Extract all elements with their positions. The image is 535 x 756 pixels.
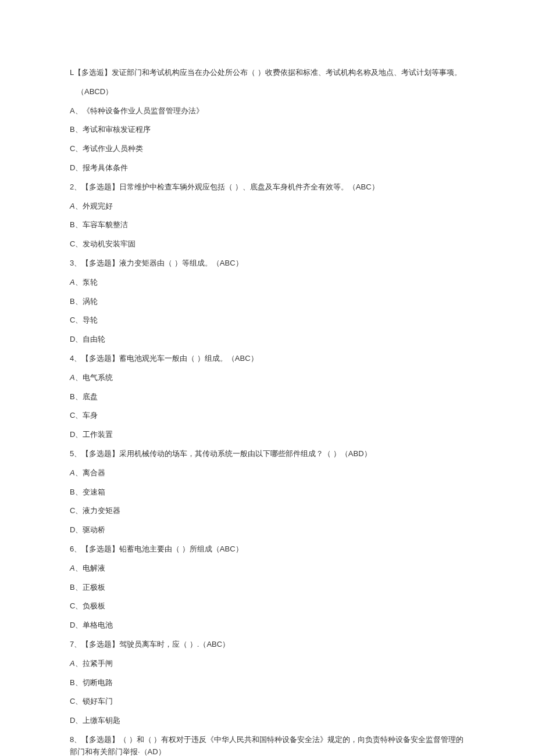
option-a: A、离合器 (70, 467, 465, 479)
question-6: 6、【多选题】铅蓄电池主要由（ ）所组成（ABC） A、电解液 B、正极板 C、… (70, 543, 465, 632)
option-c: C、负极板 (70, 600, 465, 612)
question-4: 4、【多选题】蓄电池观光车一般由（ ）组成。（ABC） A、电气系统 B、底盘 … (70, 353, 465, 441)
option-c: C、发动机安装牢固 (70, 238, 465, 250)
question-3: 3、【多选题】液力变矩器由（ ）等组成。（ABC） A、泵轮 B、涡轮 C、导轮… (70, 257, 465, 346)
option-d: D、上缴车钥匙 (70, 715, 465, 727)
option-c: C、考试作业人员种类 (70, 143, 465, 155)
option-c: C、锁好车门 (70, 696, 465, 708)
question-stem: 3、【多选题】液力变矩器由（ ）等组成。（ABC） (70, 257, 465, 270)
option-d: D、自由轮 (70, 334, 465, 346)
question-stem: 8、【多选题】（ ）和（ ）有权对于违反《中华人民共和国特种设备安全法》规定的，… (70, 734, 465, 756)
question-stem: 7、【多选题】驾驶员离车时，应（ ）.（ABC） (70, 639, 465, 651)
option-b: B、变速箱 (70, 486, 465, 499)
option-b: B、底盘 (70, 391, 465, 403)
option-b: B、涡轮 (70, 296, 465, 308)
option-a: A、电气系统 (70, 372, 465, 384)
option-c: C、液力变矩器 (70, 505, 465, 517)
question-stem: 4、【多选题】蓄电池观光车一般由（ ）组成。（ABC） (70, 353, 465, 365)
question-2: 2、【多选题】日常维护中检查车辆外观应包括（ ）、底盘及车身机件齐全有效等。（A… (70, 181, 465, 250)
option-a: A、电解液 (70, 562, 465, 575)
option-b: B、正极板 (70, 582, 465, 594)
option-a-text: 外观完好 (83, 202, 113, 210)
question-stem: 5、【多选题】采用机械传动的场车，其传动系统一般由以下哪些部件组成？（ ）（AB… (70, 448, 465, 460)
question-1: L【多选逅】发证部门和考试机构应当在办公处所公布（ ）收费依据和标准、考试机构名… (70, 67, 465, 174)
question-stem: 6、【多选题】铅蓄电池主要由（ ）所组成（ABC） (70, 543, 465, 556)
option-a-text: 离合器 (83, 468, 105, 477)
question-stem: 2、【多选题】日常维护中检查车辆外观应包括（ ）、底盘及车身机件齐全有效等。（A… (70, 181, 465, 194)
option-a-text: 电气系统 (83, 373, 113, 382)
option-a-text: 泵轮 (83, 278, 98, 286)
question-stem: L【多选逅】发证部门和考试机构应当在办公处所公布（ ）收费依据和标准、考试机构名… (70, 67, 465, 79)
question-7: 7、【多选题】驾驶员离车时，应（ ）.（ABC） A、拉紧手闸 B、切断电路 C… (70, 639, 465, 727)
option-d: D、驱动桥 (70, 524, 465, 536)
question-8: 8、【多选题】（ ）和（ ）有权对于违反《中华人民共和国特种设备安全法》规定的，… (70, 734, 465, 756)
document-content: L【多选逅】发证部门和考试机构应当在办公处所公布（ ）收费依据和标准、考试机构名… (70, 67, 465, 756)
option-c: C、导轮 (70, 314, 465, 327)
option-d: D、工作装置 (70, 429, 465, 441)
option-a: A、外观完好 (70, 200, 465, 213)
option-a: A、泵轮 (70, 277, 465, 289)
question-5: 5、【多选题】采用机械传动的场车，其传动系统一般由以下哪些部件组成？（ ）（AB… (70, 448, 465, 536)
question-answer: （ABCD） (77, 86, 465, 98)
option-a-text: 电解液 (83, 564, 105, 572)
option-b: B、考试和审核发证程序 (70, 124, 465, 136)
option-a: A、拉紧手闸 (70, 658, 465, 670)
option-a: A、《特种设备作业人员监督管理办法》 (70, 105, 465, 117)
option-d: D、报考具体条件 (70, 162, 465, 174)
option-c: C、车身 (70, 410, 465, 422)
option-a-text: 拉紧手闸 (83, 659, 113, 668)
option-b: B、车容车貌整洁 (70, 219, 465, 231)
option-d: D、单格电池 (70, 619, 465, 632)
option-b: B、切断电路 (70, 677, 465, 689)
